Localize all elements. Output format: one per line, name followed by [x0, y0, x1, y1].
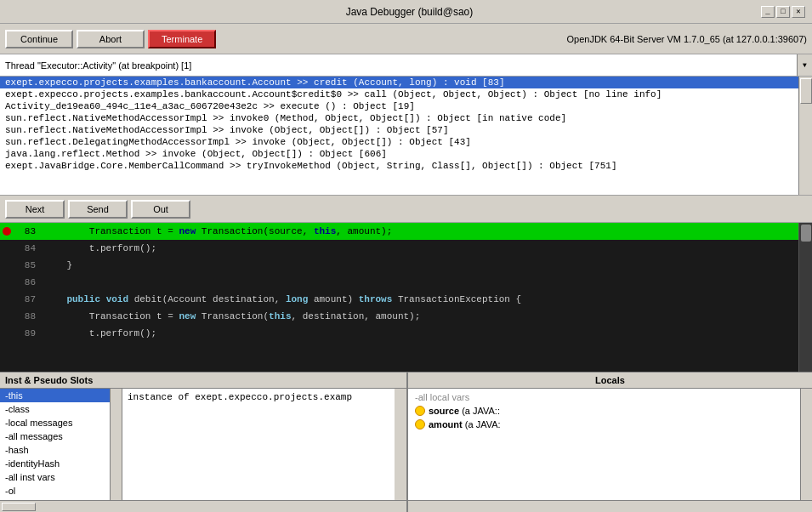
send-button[interactable]: Send	[68, 200, 128, 219]
inst-item-0[interactable]: -this	[0, 389, 110, 402]
inst-header: Inst & Pseudo Slots	[0, 373, 406, 389]
stack-frame-4[interactable]: sun.reflect.NativeMethodAccessorImpl >> …	[0, 124, 798, 136]
code-text-88: Transaction t = new Transaction(this, de…	[41, 311, 420, 321]
inst-content: -this-class-local messages-all messages-…	[0, 389, 406, 500]
locals-text-2: amount (a JAVA:	[429, 419, 501, 430]
line-number-83: 83	[14, 226, 41, 236]
window-controls[interactable]: _ □ ✕	[761, 6, 805, 18]
inst-list[interactable]: -this-class-local messages-all messages-…	[0, 389, 111, 500]
inst-item-6[interactable]: -all inst vars	[0, 470, 110, 484]
line-number-87: 87	[14, 294, 41, 304]
locals-text-1: source (a JAVA::	[429, 406, 500, 416]
line-number-88: 88	[14, 311, 41, 321]
code-content: 83 Transaction t = new Transaction(sourc…	[0, 223, 798, 372]
scrollbar-thumb[interactable]	[800, 78, 812, 104]
locals-panel: Locals -all local varssource (a JAVA::am…	[408, 373, 812, 512]
minimize-button[interactable]: _	[761, 6, 775, 18]
locals-bullet-2	[415, 419, 425, 430]
line-number-84: 84	[14, 243, 41, 253]
inst-item-2[interactable]: -local messages	[0, 416, 110, 430]
code-text-87: public void debit(Account destination, l…	[41, 294, 521, 304]
close-button[interactable]: ✕	[792, 6, 805, 18]
inst-value: instance of exept.expecco.projects.examp	[122, 389, 395, 500]
code-line-89: 89 t.perform();	[0, 325, 798, 342]
locals-bullet-1	[415, 406, 425, 416]
locals-scrollbar[interactable]	[800, 389, 812, 500]
thread-dropdown[interactable]: ▼	[797, 54, 812, 76]
inst-value-scrollbar[interactable]	[395, 389, 406, 500]
inst-item-5[interactable]: -identityHash	[0, 457, 110, 470]
thread-bar: Thread "Executor::Activity" (at breakpoi…	[0, 54, 812, 77]
stack-frame-7[interactable]: exept.JavaBridge.Core.MemberCallCommand …	[0, 160, 798, 172]
inst-item-1[interactable]: -class	[0, 402, 110, 416]
code-line-86: 86	[0, 274, 798, 291]
inst-item-3[interactable]: -all messages	[0, 430, 110, 443]
step-toolbar: Next Send Out	[0, 196, 812, 223]
code-scroll-thumb[interactable]	[801, 225, 811, 242]
terminate-button[interactable]: Terminate	[148, 30, 216, 48]
inst-item-7[interactable]: -ol	[0, 484, 110, 498]
code-text-85: }	[41, 260, 72, 270]
code-line-85: 85 }	[0, 257, 798, 274]
line-number-89: 89	[14, 328, 41, 338]
locals-content: -all local varssource (a JAVA::amount (a…	[408, 389, 812, 500]
stack-frame-2[interactable]: Activity_de19ea60_494c_11e4_a3ac_606720e…	[0, 100, 798, 112]
stack-scrollbar[interactable]	[798, 77, 812, 195]
abort-button[interactable]: Abort	[77, 30, 145, 48]
stack-frame-0[interactable]: exept.expecco.projects.examples.bankacco…	[0, 77, 798, 88]
title-bar: Java Debugger (build@sao) _ □ ✕	[0, 0, 812, 24]
breakpoint-dot-83	[3, 227, 11, 236]
stack-frame-3[interactable]: sun.reflect.NativeMethodAccessorImpl >> …	[0, 112, 798, 124]
maximize-button[interactable]: □	[776, 6, 790, 18]
next-button[interactable]: Next	[5, 200, 65, 219]
locals-text-0: -all local vars	[415, 392, 469, 402]
code-text-83: Transaction t = new Transaction(source, …	[41, 226, 392, 236]
locals-horizontal-scrollbar[interactable]	[408, 500, 812, 512]
inst-horizontal-scrollbar[interactable]	[0, 500, 406, 512]
code-line-88: 88 Transaction t = new Transaction(this,…	[0, 308, 798, 325]
line-number-86: 86	[14, 277, 41, 287]
h-scroll-thumb[interactable]	[2, 503, 36, 511]
locals-item-1[interactable]: source (a JAVA::	[408, 404, 800, 418]
stack-frame-6[interactable]: java.lang.reflect.Method >> invoke (Obje…	[0, 148, 798, 160]
vm-info: OpenJDK 64-Bit Server VM 1.7.0_65 (at 12…	[567, 34, 808, 44]
stack-frame-1[interactable]: exept.expecco.projects.examples.bankacco…	[0, 88, 798, 100]
code-line-87: 87 public void debit(Account destination…	[0, 291, 798, 308]
stack-frame-5[interactable]: sun.reflect.DelegatingMethodAccessorImpl…	[0, 136, 798, 148]
code-line-83: 83 Transaction t = new Transaction(sourc…	[0, 223, 798, 240]
code-text-84: t.perform();	[41, 243, 156, 253]
breakpoint-col-83	[0, 227, 14, 236]
stack-list[interactable]: exept.expecco.projects.examples.bankacco…	[0, 77, 798, 195]
bottom-panels: Inst & Pseudo Slots -this-class-local me…	[0, 372, 812, 512]
inst-item-4[interactable]: -hash	[0, 443, 110, 457]
line-number-85: 85	[14, 260, 41, 270]
toolbar: Continue Abort Terminate OpenJDK 64-Bit …	[0, 24, 812, 54]
stack-panel: exept.expecco.projects.examples.bankacco…	[0, 77, 812, 196]
thread-label: Thread "Executor::Activity" (at breakpoi…	[0, 60, 797, 71]
locals-list[interactable]: -all local varssource (a JAVA::amount (a…	[408, 389, 800, 500]
window-title: Java Debugger (build@sao)	[58, 6, 761, 18]
continue-button[interactable]: Continue	[5, 30, 73, 48]
out-button[interactable]: Out	[131, 200, 190, 219]
locals-header: Locals	[408, 373, 812, 389]
code-text-89: t.perform();	[41, 328, 156, 338]
inst-list-scrollbar[interactable]	[111, 389, 122, 500]
inst-panel: Inst & Pseudo Slots -this-class-local me…	[0, 373, 408, 512]
locals-item-0[interactable]: -all local vars	[408, 390, 800, 404]
code-scrollbar[interactable]	[798, 223, 812, 372]
locals-item-2[interactable]: amount (a JAVA:	[408, 418, 800, 431]
code-panel: 83 Transaction t = new Transaction(sourc…	[0, 223, 812, 372]
code-line-84: 84 t.perform();	[0, 240, 798, 257]
